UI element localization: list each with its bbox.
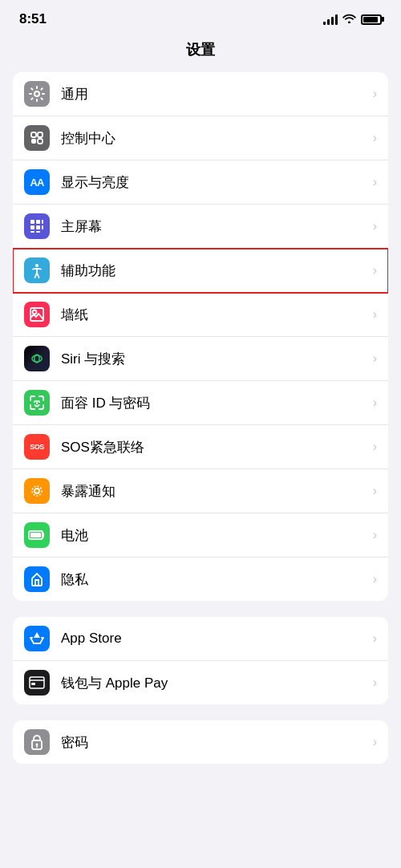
general-label: 通用	[61, 85, 368, 103]
svg-rect-8	[36, 225, 40, 229]
privacy-icon	[24, 566, 50, 592]
svg-rect-21	[30, 533, 41, 537]
display-chevron: ›	[373, 175, 377, 189]
faceid-chevron: ›	[373, 395, 377, 410]
home-screen-icon	[24, 213, 50, 239]
sos-icon: SOS	[24, 434, 50, 460]
settings-item-privacy[interactable]: 隐私 ›	[13, 558, 388, 601]
svg-point-18	[34, 489, 39, 493]
accessibility-icon	[24, 258, 50, 283]
wallet-label: 钱包与 Apple Pay	[61, 674, 368, 692]
svg-point-0	[34, 91, 39, 96]
home-screen-chevron: ›	[373, 219, 377, 233]
siri-chevron: ›	[373, 351, 377, 366]
svg-rect-15	[30, 308, 43, 321]
svg-rect-1	[31, 132, 36, 137]
svg-rect-7	[30, 225, 34, 229]
settings-item-siri[interactable]: Siri 与搜索 ›	[13, 337, 388, 381]
faceid-label: 面容 ID 与密码	[61, 394, 368, 412]
general-chevron: ›	[373, 87, 377, 101]
svg-point-14	[33, 310, 37, 314]
settings-item-battery[interactable]: 电池 ›	[13, 513, 388, 558]
status-bar: 8:51	[0, 0, 401, 34]
settings-section-3: 密码 ›	[13, 720, 388, 764]
svg-point-13	[35, 264, 38, 267]
settings-item-faceid[interactable]: 面容 ID 与密码 ›	[13, 381, 388, 425]
control-center-chevron: ›	[373, 131, 377, 145]
accessibility-chevron: ›	[373, 263, 377, 278]
settings-item-control-center[interactable]: 控制中心 ›	[13, 116, 388, 160]
status-time: 8:51	[19, 11, 47, 27]
exposure-label: 暴露通知	[61, 482, 368, 501]
password-chevron: ›	[373, 735, 377, 749]
appstore-icon	[24, 626, 50, 651]
control-center-label: 控制中心	[61, 129, 368, 148]
siri-icon	[24, 346, 50, 371]
exposure-icon	[24, 478, 50, 504]
wallpaper-chevron: ›	[373, 307, 377, 322]
svg-rect-10	[36, 231, 40, 233]
svg-rect-2	[38, 132, 43, 137]
settings-item-accessibility[interactable]: 辅助功能 ›	[13, 249, 388, 293]
svg-rect-6	[36, 220, 40, 224]
settings-item-general[interactable]: 通用 ›	[13, 72, 388, 116]
settings-section-1: 通用 › 控制中心 › AA 显示与亮度 ›	[13, 72, 388, 601]
settings-item-password[interactable]: 密码 ›	[13, 720, 388, 764]
svg-rect-22	[30, 677, 44, 688]
svg-point-16	[32, 355, 42, 362]
sos-chevron: ›	[373, 440, 377, 454]
signal-icon	[323, 14, 338, 25]
control-center-icon	[24, 125, 50, 151]
siri-label: Siri 与搜索	[61, 350, 368, 368]
settings-item-display[interactable]: AA 显示与亮度 ›	[13, 160, 388, 205]
exposure-chevron: ›	[373, 484, 377, 498]
sos-label: SOS紧急联络	[61, 438, 368, 456]
settings-item-wallet[interactable]: 钱包与 Apple Pay ›	[13, 661, 388, 704]
svg-rect-9	[30, 231, 34, 233]
svg-rect-3	[31, 139, 36, 144]
settings-item-exposure[interactable]: 暴露通知 ›	[13, 469, 388, 513]
privacy-label: 隐私	[61, 570, 368, 589]
svg-point-19	[32, 486, 42, 496]
general-icon	[24, 81, 50, 107]
password-icon	[24, 729, 50, 755]
wallet-chevron: ›	[373, 675, 377, 690]
svg-rect-23	[31, 683, 35, 685]
wallpaper-label: 墙纸	[61, 306, 368, 324]
wallet-icon	[24, 670, 50, 696]
svg-rect-12	[42, 225, 43, 229]
battery-settings-label: 电池	[61, 526, 368, 545]
battery-icon	[361, 14, 382, 25]
settings-section-2: App Store › 钱包与 Apple Pay ›	[13, 617, 388, 704]
svg-rect-4	[38, 139, 43, 144]
display-label: 显示与亮度	[61, 173, 368, 192]
settings-item-home-screen[interactable]: 主屏幕 ›	[13, 205, 388, 249]
privacy-chevron: ›	[373, 572, 377, 586]
password-label: 密码	[61, 733, 368, 752]
accessibility-label: 辅助功能	[61, 262, 368, 280]
svg-rect-5	[30, 220, 34, 224]
settings-item-sos[interactable]: SOS SOS紧急联络 ›	[13, 425, 388, 469]
faceid-icon	[24, 390, 50, 416]
wallpaper-icon	[24, 302, 50, 327]
display-icon: AA	[24, 169, 50, 195]
status-icons	[323, 13, 382, 26]
home-screen-label: 主屏幕	[61, 217, 368, 236]
settings-item-appstore[interactable]: App Store ›	[13, 617, 388, 661]
appstore-label: App Store	[61, 631, 368, 647]
page-title: 设置	[0, 34, 401, 72]
settings-item-wallpaper[interactable]: 墙纸 ›	[13, 293, 388, 337]
battery-settings-chevron: ›	[373, 528, 377, 542]
battery-settings-icon	[24, 522, 50, 548]
appstore-chevron: ›	[373, 631, 377, 646]
wifi-icon	[342, 13, 356, 26]
svg-rect-11	[42, 220, 43, 224]
